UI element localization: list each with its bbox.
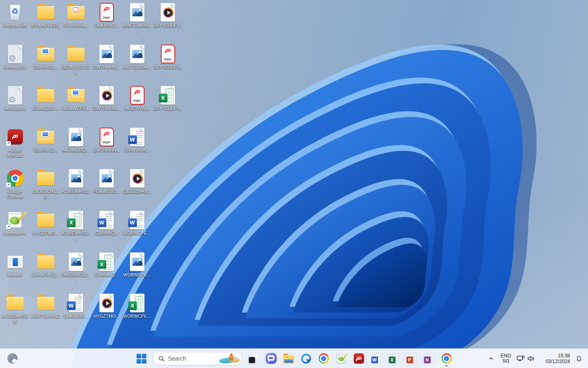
bell-icon — [576, 355, 582, 362]
desktop-icon-qdjmyjscgl[interactable]: QDJMYJSCGL — [61, 44, 91, 75]
desktop-icon-wdbwcpe-[interactable]: WDBWCPE... — [61, 85, 91, 111]
desktop-icon-wdbwcpe-[interactable]: XWDBWCPE... — [122, 293, 152, 319]
pdf-icon: PDF — [158, 44, 178, 64]
desktop-icon-fgawovz-[interactable]: FGAWOVZ... — [91, 168, 121, 194]
desktop-icon-label: FGAWOVZ... — [93, 189, 119, 194]
desktop-icon-atjbemhssb[interactable]: ATJBEMHSSB — [0, 293, 30, 324]
widgets-weather-button[interactable] — [4, 350, 20, 367]
desktop-icon-duknxic-[interactable]: DUKNXIC... — [31, 44, 60, 70]
chrome-icon — [318, 353, 329, 364]
taskbar-button-acrobat[interactable] — [351, 350, 367, 367]
desktop-icon-wdbwcpe-[interactable]: WDBWCPE... — [122, 252, 152, 278]
desktop-icon-duknxic-[interactable]: WDUKNXIC... — [61, 293, 91, 319]
media-icon — [97, 293, 116, 313]
desktop-icon-label: Notepad++ — [4, 231, 26, 236]
desktop-icon-duknxic-[interactable]: PDFDUKNXIC... — [91, 2, 121, 28]
desktop-icon-label: DBIQSSCSZ... — [61, 272, 91, 283]
desktop-icon-zuyydjdfv-[interactable]: XZUYYDJDFV... — [153, 85, 183, 117]
desktop-icon-label: GNJEVOXLLS — [31, 189, 60, 200]
desktop-icon-kbiftjwhnz[interactable]: KBIFTJWHNZ — [31, 293, 60, 319]
excel-icon: X — [127, 293, 147, 313]
excel-icon: X — [389, 353, 399, 364]
acrobat-icon — [354, 353, 364, 364]
taskbar: Search WXPN ENG SG — [0, 348, 588, 368]
desktop-icon-zuyydjdfv-[interactable]: ZUYYDJDFV... — [153, 2, 183, 34]
volume-icon — [527, 355, 535, 362]
notification-bell-button[interactable] — [572, 350, 586, 367]
taskbar-button-chat[interactable] — [263, 350, 279, 367]
taskbar-button-chrome-running[interactable] — [439, 350, 455, 367]
onenote-icon: N — [424, 353, 434, 364]
acrobat-icon: ↗ — [5, 127, 25, 147]
clock-time: 15:38 — [558, 353, 570, 359]
taskbar-button-chrome[interactable] — [316, 350, 332, 367]
desktop-icon-hygztmo-[interactable]: HYGZTMO... — [31, 210, 60, 236]
search-icon — [158, 355, 165, 362]
taskbar-button-excel[interactable]: X — [386, 350, 402, 367]
desktop-icon-label: QLSSZNHV... — [123, 189, 151, 194]
desktop-icon-dwthnhn-[interactable]: DWTHNHN... — [91, 85, 121, 111]
taskbar-button-edge[interactable] — [298, 350, 314, 367]
system-tray-button[interactable] — [514, 350, 537, 367]
taskbar-button-word[interactable]: W — [368, 350, 385, 367]
desktop-icon-jjmnfrkq-[interactable]: JJMNFRKQ... — [31, 252, 60, 278]
taskbar-button-file-explorer[interactable] — [281, 350, 297, 367]
desktop-icon-ovwvvia-[interactable]: OVWVVIA... — [61, 2, 91, 28]
desktop-icon-label: BYIMNPJCRL — [31, 23, 60, 28]
desktop-icon-gjbhwq-[interactable]: WGJBHWQ... — [91, 210, 121, 236]
desktop-icon-label: HYGZTMO... — [93, 314, 119, 319]
powerpoint-icon: P — [406, 353, 416, 364]
desktop-icon-gjbhwq-[interactable]: XGJBHWQ... — [91, 252, 121, 278]
image-icon — [127, 44, 147, 64]
desktop-icon-qlssznhv-[interactable]: QLSSZNHV... — [122, 168, 152, 194]
desktop-icon-mocynw-[interactable]: PDFMOCYNW... — [122, 85, 152, 111]
desktop-icon-kbiftjwhn-[interactable]: KBIFTJWHN... — [122, 2, 152, 34]
desktop-icon-byimnpjcrl[interactable]: BYIMNPJCRL — [31, 2, 60, 28]
desktop-icon-label: ATJBEMHSSB — [0, 314, 30, 324]
desktop-icon-label: ZUYYDJDFV... — [153, 23, 183, 34]
chat-icon — [265, 353, 276, 364]
desktop-icon-adobe-acrobat[interactable]: ↗Adobe Acrobat — [0, 127, 30, 158]
shortcut-arrow-icon: ↗ — [6, 182, 11, 188]
desktop-icon-zuyydjdfv-[interactable]: PDFZUYYDJDFV... — [153, 44, 183, 75]
taskbar-button-powerpoint[interactable]: P — [403, 350, 420, 367]
desktop-icon-ovwvvia-[interactable]: WOVWVVIA... — [122, 127, 152, 153]
word-icon: W — [127, 127, 147, 147]
tray-chevron-button[interactable] — [485, 350, 497, 367]
desktop-icon-erwqdby-[interactable]: ERWQDBY... — [31, 85, 60, 111]
language-indicator[interactable]: ENG SG — [498, 350, 514, 367]
folder-icon — [36, 252, 56, 272]
taskbar-button-onenote[interactable]: N — [421, 350, 437, 367]
desktop-icon-gjbhwq-[interactable]: GJBHWQ... — [31, 127, 60, 153]
desktop-icon-recycle-bin[interactable]: ♻Recycle Bin — [0, 2, 30, 28]
desktop-icon-notepad++[interactable]: ↗Notepad++ — [0, 210, 30, 236]
media-icon — [97, 85, 116, 105]
desktop-icon-label: Google Chrome — [0, 189, 30, 200]
ini-icon: ⚙ — [5, 85, 25, 105]
desktop-icon-wdbwcpe-[interactable]: WWDBWCPE... — [122, 210, 152, 236]
clock-button[interactable]: 15:38 03/12/2024 — [537, 350, 572, 367]
desktop-icon-desktop-ini[interactable]: ⚙desktop.ini — [0, 44, 30, 70]
desktop-icon-dbiqsscsz-[interactable]: DBIQSSCSZ... — [61, 252, 91, 283]
desktop-icon-hygztmo-[interactable]: HYGZTMO... — [91, 293, 121, 319]
desktop-icon-dwthnhn-[interactable]: DWTHNHN... — [91, 44, 121, 70]
desktop-icon-label: KBIFTJWHN... — [122, 23, 152, 34]
desktop-icon-mivtqdba-[interactable]: MIVTQDBA... — [122, 44, 152, 70]
desktop-icon-google-chrome[interactable]: ↗Google Chrome — [0, 168, 30, 200]
desktop-icon-label: GJBHWQ... — [34, 148, 57, 153]
search-input[interactable]: Search — [153, 352, 242, 365]
desktop-icon-gnjevoxlls[interactable]: GNJEVOXLLS — [31, 168, 60, 200]
taskbar-button-notepad-plus-plus[interactable] — [333, 350, 350, 367]
desktop-icon-atjbemhss-[interactable]: ATJBEMHSS... — [61, 168, 91, 200]
shortcut-arrow-icon: ↗ — [6, 224, 11, 229]
start-button[interactable] — [134, 350, 150, 367]
desktop-icon-akjimdeq-[interactable]: AKJIMDEQ... — [61, 127, 91, 153]
taskbar-button-task-view[interactable] — [245, 350, 262, 367]
desktop-icon-desktop-ini[interactable]: ⚙desktop.ini — [0, 85, 30, 111]
folder-image-icon — [36, 44, 56, 64]
desktop-icon-dwthnhn-[interactable]: PDFDWTHNHN... — [91, 127, 121, 153]
desktop-icon-file-exe[interactable]: file.exe — [0, 252, 30, 278]
image-icon — [127, 2, 147, 22]
moon-cloud-weather-icon — [7, 353, 18, 364]
desktop-icon-atjbemhss-[interactable]: XATJBEMHSS... — [61, 210, 91, 241]
